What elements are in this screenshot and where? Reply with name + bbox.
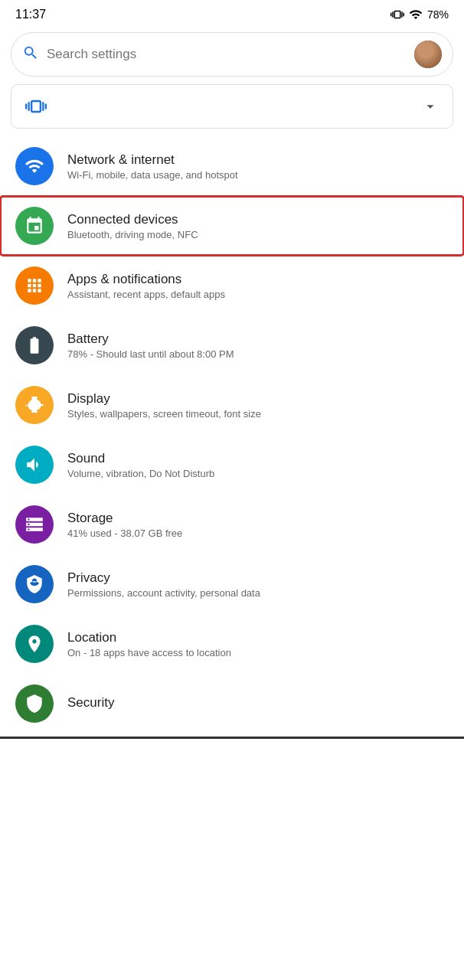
sound-title: Sound [67, 451, 449, 466]
avatar[interactable] [414, 41, 442, 68]
settings-item-location[interactable]: Location On - 18 apps have access to loc… [0, 614, 464, 674]
chevron-down-icon [422, 98, 439, 115]
privacy-subtitle: Permissions, account activity, personal … [67, 587, 449, 599]
status-icons: 78% [390, 8, 449, 21]
apps-title: Apps & notifications [67, 272, 449, 287]
apps-icon-circle [15, 266, 54, 305]
status-time: 11:37 [15, 8, 46, 21]
search-icon [22, 44, 39, 65]
storage-text: Storage 41% used - 38.07 GB free [67, 511, 449, 539]
location-subtitle: On - 18 apps have access to location [67, 647, 449, 658]
sound-icon-circle [15, 446, 54, 484]
sound-subtitle: Volume, vibration, Do Not Disturb [67, 468, 449, 479]
battery-status: 78% [427, 8, 449, 21]
storage-icon-circle [15, 505, 54, 544]
battery-subtitle: 78% - Should last until about 8:00 PM [67, 348, 449, 360]
settings-list: Network & internet Wi-Fi, mobile, data u… [0, 136, 464, 739]
battery-title: Battery [67, 332, 449, 347]
vibrate-banner[interactable] [11, 84, 453, 129]
location-title: Location [67, 630, 449, 645]
connected-icon-circle [15, 207, 54, 245]
display-title: Display [67, 391, 449, 407]
apps-subtitle: Assistant, recent apps, default apps [67, 289, 449, 300]
storage-title: Storage [67, 511, 449, 526]
settings-item-display[interactable]: Display Styles, wallpapers, screen timeo… [0, 375, 464, 435]
location-icon-circle [15, 625, 54, 663]
status-bar: 11:37 78% [0, 0, 464, 26]
network-text: Network & internet Wi-Fi, mobile, data u… [67, 152, 449, 181]
connected-subtitle: Bluetooth, driving mode, NFC [67, 229, 449, 240]
network-icon-circle [15, 147, 54, 185]
settings-item-privacy[interactable]: Privacy Permissions, account activity, p… [0, 554, 464, 614]
display-text: Display Styles, wallpapers, screen timeo… [67, 391, 449, 420]
network-title: Network & internet [67, 152, 449, 168]
privacy-title: Privacy [67, 570, 449, 586]
storage-subtitle: 41% used - 38.07 GB free [67, 528, 449, 539]
display-icon-circle [15, 386, 54, 424]
security-icon-circle [15, 684, 54, 723]
connected-title: Connected devices [67, 212, 449, 227]
battery-icon-circle [15, 326, 54, 364]
network-subtitle: Wi-Fi, mobile, data usage, and hotspot [67, 169, 449, 181]
display-subtitle: Styles, wallpapers, screen timeout, font… [67, 408, 449, 420]
privacy-text: Privacy Permissions, account activity, p… [67, 570, 449, 599]
settings-item-apps[interactable]: Apps & notifications Assistant, recent a… [0, 256, 464, 315]
settings-item-connected[interactable]: Connected devices Bluetooth, driving mod… [0, 196, 464, 256]
settings-item-sound[interactable]: Sound Volume, vibration, Do Not Disturb [0, 435, 464, 495]
sound-text: Sound Volume, vibration, Do Not Disturb [67, 451, 449, 479]
security-title: Security [67, 695, 449, 710]
apps-text: Apps & notifications Assistant, recent a… [67, 272, 449, 300]
security-text: Security [67, 695, 449, 712]
connected-text: Connected devices Bluetooth, driving mod… [67, 212, 449, 240]
vibrate-banner-icon [25, 96, 47, 117]
privacy-icon-circle [15, 565, 54, 603]
settings-item-security[interactable]: Security [0, 674, 464, 739]
settings-item-network[interactable]: Network & internet Wi-Fi, mobile, data u… [0, 136, 464, 196]
battery-text: Battery 78% - Should last until about 8:… [67, 332, 449, 360]
settings-item-battery[interactable]: Battery 78% - Should last until about 8:… [0, 315, 464, 375]
location-text: Location On - 18 apps have access to loc… [67, 630, 449, 658]
search-bar[interactable] [11, 32, 453, 77]
settings-item-storage[interactable]: Storage 41% used - 38.07 GB free [0, 495, 464, 554]
wifi-status-icon [409, 8, 423, 21]
search-input[interactable] [47, 47, 414, 62]
vibrate-status-icon [390, 8, 404, 21]
